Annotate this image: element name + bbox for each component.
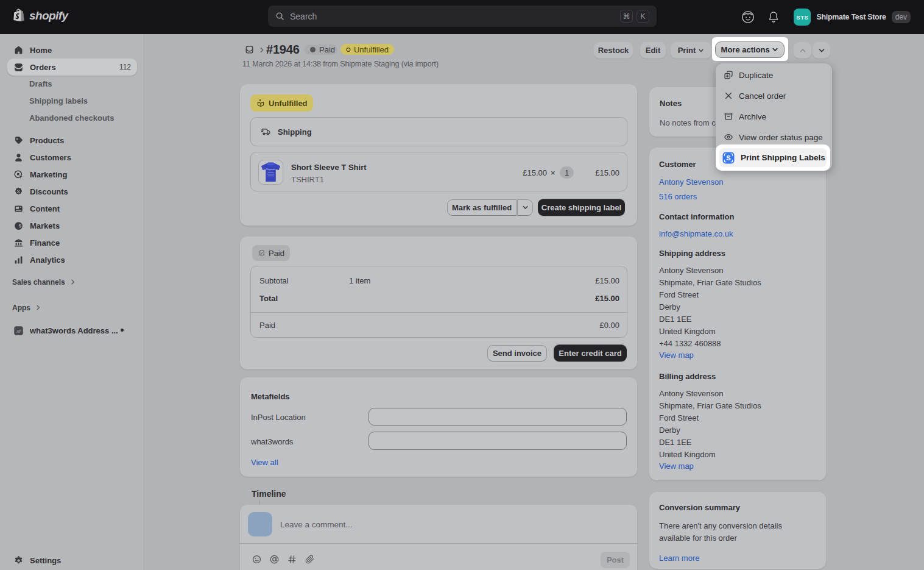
svg-text:///: /// (16, 328, 21, 333)
svg-text:Shipmate: Shipmate (266, 168, 275, 171)
svg-text:S: S (726, 154, 730, 162)
svg-text:$: $ (19, 223, 22, 229)
